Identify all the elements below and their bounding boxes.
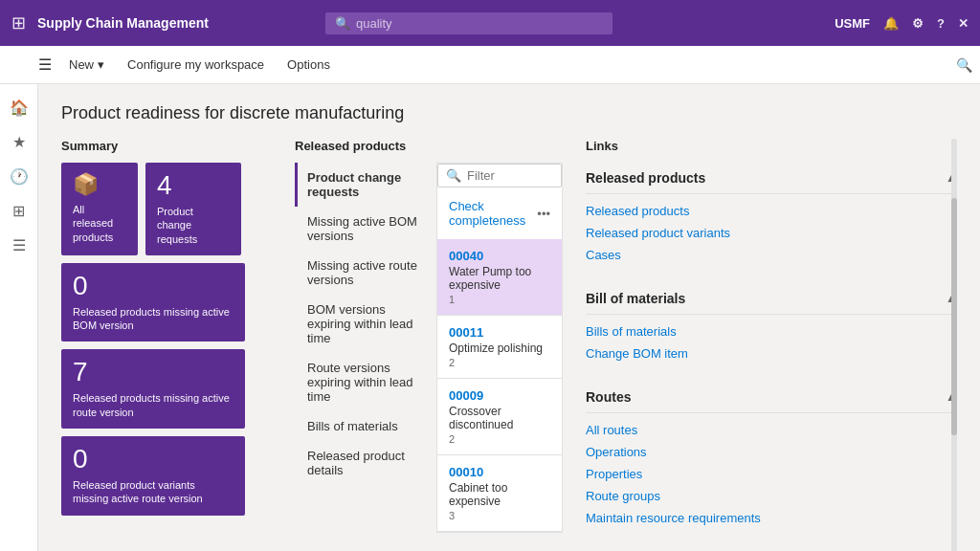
check-completeness-bar: Check completeness ••• [437,195,562,231]
app-title: Supply Chain Management [37,15,209,31]
links-group-routes-header[interactable]: Routes ▲ [586,382,957,413]
nav-product-change-requests[interactable]: Product change requests [295,163,429,207]
product-id-00011: 00011 [449,325,550,340]
link-maintain-resource-requirements[interactable]: Maintain resource requirements [586,511,761,525]
tile-missing-bom-number: 0 [73,273,234,299]
released-products-section-title: Released products [295,139,563,153]
links-group-bom-list: Bills of materials Change BOM item [586,315,957,370]
tile-product-change[interactable]: 4 Product change requests [145,163,241,255]
links-group-released-list: Released products Released product varia… [586,194,957,272]
check-completeness-label[interactable]: Check completeness [449,199,525,228]
links-group-released-title: Released products [586,170,705,186]
nav-missing-bom-versions[interactable]: Missing active BOM versions [295,207,429,251]
links-column: Links Released products ▲ Released produ… [586,139,957,551]
links-group-routes: Routes ▲ All routes Operations Propertie… [586,382,957,535]
sidebar-grid-icon[interactable]: ⊞ [4,195,34,226]
link-operations[interactable]: Operations [586,445,647,459]
nav-released-product-details[interactable]: Released product details [295,441,429,485]
nav-missing-route-versions[interactable]: Missing active route versions [295,251,429,295]
search-icon: 🔍 [335,16,350,31]
sidebar-menu-icon[interactable]: ☰ [4,230,34,260]
more-options-icon[interactable]: ••• [537,207,550,221]
links-group-released-header[interactable]: Released products ▲ [586,163,957,194]
released-products-column: Released products Product change request… [295,139,563,551]
new-button[interactable]: New ▾ [59,54,114,76]
product-name-00010: Cabinet too expensive [449,481,550,508]
links-group-released: Released products ▲ Released products Re… [586,163,957,272]
links-section-title: Links [586,139,957,153]
product-num-00040: 1 [449,294,550,305]
global-search-box[interactable]: 🔍 [325,12,612,34]
tile-missing-route-label: Released products missing active route v… [73,391,234,419]
settings-icon[interactable]: ⚙ [912,16,924,31]
links-group-bom: Bill of materials ▲ Bills of materials C… [586,283,957,370]
product-card-00009[interactable]: 00009 Crossover discontinued 2 [437,379,562,455]
product-filter-box[interactable]: 🔍 [437,164,562,187]
scrollbar-track[interactable] [951,139,957,551]
box-icon: 📦 [73,172,126,197]
configure-workspace-button[interactable]: Configure my workspace [118,54,274,76]
sidebar-star-icon[interactable]: ★ [4,126,34,157]
link-properties[interactable]: Properties [586,467,642,481]
product-num-00010: 3 [449,510,550,521]
links-group-resources: Resources ▲ Resource capabilities Resour… [586,546,957,551]
product-card-00011[interactable]: 00011 Optimize polishing 2 [437,316,562,379]
sidebar-home-icon[interactable]: 🏠 [4,92,34,122]
tile-product-change-number: 4 [157,172,230,199]
links-group-routes-title: Routes [586,389,631,405]
nav-route-expiring[interactable]: Route versions expiring within lead time [295,353,429,411]
close-icon[interactable]: ✕ [958,16,969,31]
help-icon[interactable]: ? [937,16,945,31]
list-item: Released products [586,200,957,222]
nav-bills-of-materials[interactable]: Bills of materials [295,411,429,441]
summary-section-title: Summary [61,139,272,153]
list-item: Properties [586,463,957,485]
product-card-00010[interactable]: 00010 Cabinet too expensive 3 [437,455,562,532]
link-released-products[interactable]: Released products [586,204,689,218]
links-group-resources-header[interactable]: Resources ▲ [586,546,957,551]
tile-missing-route[interactable]: 7 Released products missing active route… [61,349,245,429]
tile-missing-variants-number: 0 [73,446,234,473]
link-released-product-variants[interactable]: Released product variants [586,226,730,240]
top-nav-right-section: USMF 🔔 ⚙ ? ✕ [835,16,969,31]
product-card-00040[interactable]: 00040 Water Pump too expensive 1 [437,239,562,316]
options-button[interactable]: Options [278,54,340,76]
tile-missing-bom[interactable]: 0 Released products missing active BOM v… [61,263,245,342]
toolbar: ☰ New ▾ Configure my workspace Options 🔍 [0,46,980,84]
toolbar-search-icon[interactable]: 🔍 [956,57,972,73]
chevron-down-icon: ▾ [98,57,104,72]
product-name-00009: Crossover discontinued [449,405,550,431]
notifications-icon[interactable]: 🔔 [883,16,899,31]
link-all-routes[interactable]: All routes [586,423,637,437]
tile-missing-route-number: 7 [73,359,234,386]
list-item: Released product variants [586,222,957,244]
filter-input[interactable] [467,168,553,183]
link-change-bom-item[interactable]: Change BOM item [586,346,688,361]
product-num-00011: 2 [449,357,550,368]
user-label: USMF [835,16,870,31]
tile-all-released-label: All released products [73,203,126,244]
app-grid-icon[interactable]: ⊞ [11,12,26,33]
search-input[interactable] [356,16,603,31]
summary-tiles: 📦 All released products 4 Product change… [61,163,272,516]
content-area: Product readiness for discrete manufactu… [38,84,980,551]
links-group-bom-header[interactable]: Bill of materials ▲ [586,283,957,315]
product-name-00011: Optimize polishing [449,342,550,355]
tile-all-released[interactable]: 📦 All released products [61,163,138,255]
list-item: Route groups [586,485,957,507]
hamburger-icon[interactable]: ☰ [38,55,52,74]
sidebar-recent-icon[interactable]: 🕐 [4,161,34,191]
tile-missing-variants-label: Released product variants missing active… [73,478,234,506]
link-bills-of-materials[interactable]: Bills of materials [586,324,677,339]
link-route-groups[interactable]: Route groups [586,489,660,503]
link-cases[interactable]: Cases [586,248,621,262]
product-name-00040: Water Pump too expensive [449,265,550,292]
scrollbar-thumb[interactable] [951,198,957,435]
list-item: Bills of materials [586,320,957,342]
main-columns: Summary 📦 All released products 4 Produc… [61,139,957,551]
tile-missing-variants[interactable]: 0 Released product variants missing acti… [61,436,245,516]
product-id-00009: 00009 [449,388,550,403]
nav-bom-expiring[interactable]: BOM versions expiring within lead time [295,295,429,353]
main-layout: 🏠 ★ 🕐 ⊞ ☰ Product readiness for discrete… [0,84,980,551]
top-navigation: ⊞ Supply Chain Management 🔍 USMF 🔔 ⚙ ? ✕ [0,0,980,46]
